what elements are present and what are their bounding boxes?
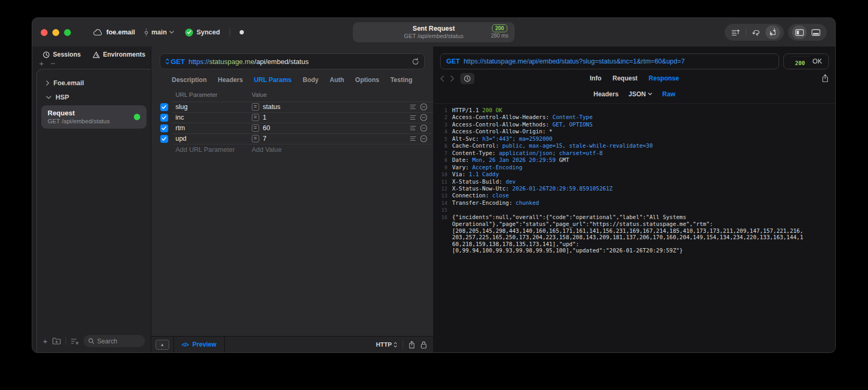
param-checkbox[interactable] <box>160 103 168 111</box>
record-dot-icon <box>240 30 244 34</box>
request-tab-auth[interactable]: Auth <box>330 76 344 84</box>
request-tab-headers[interactable]: Headers <box>218 76 243 84</box>
tab-environments[interactable]: Environments <box>93 51 145 58</box>
project-cluster: foe.email main Synced <box>93 29 244 37</box>
response-subtab-raw[interactable]: Raw <box>662 90 675 98</box>
param-name[interactable]: slug <box>176 103 252 111</box>
preview-button[interactable]: </> Preview <box>173 337 225 352</box>
request-tab-testing[interactable]: Testing <box>390 76 413 84</box>
request-tab-url-params[interactable]: URL Params <box>254 76 291 84</box>
param-value[interactable]: 60 <box>263 124 270 132</box>
sidebar: Sessions Environments + − <box>32 47 151 352</box>
equals-icon: = <box>252 114 259 121</box>
request-summary-path: GET /api/embed/status <box>404 33 463 40</box>
code-line: 10Via: 1.1 Caddy <box>438 171 830 178</box>
close-button[interactable] <box>41 29 48 36</box>
param-name[interactable]: rtm <box>176 124 252 132</box>
protocol-selector[interactable]: HTTP <box>376 341 397 348</box>
environments-icon <box>93 51 100 58</box>
response-tab-request[interactable]: Request <box>613 75 637 82</box>
branch-selector[interactable]: main <box>144 29 174 37</box>
panel-bottom-icon[interactable] <box>808 25 823 39</box>
response-subtab-headers[interactable]: Headers <box>593 90 618 98</box>
code-line: 5Alt-Svc: h3=":443"; ma=2592000 <box>438 135 830 142</box>
chevron-down-icon <box>648 93 652 95</box>
response-status-box[interactable]: 200 OK <box>783 53 829 69</box>
add-param-placeholder[interactable]: Add URL Parameter <box>176 146 252 153</box>
duration-label: 280 ms <box>491 33 508 39</box>
param-checkbox[interactable] <box>160 135 168 143</box>
request-url[interactable]: https://statuspage.me/api/embed/status <box>188 58 308 66</box>
drag-lines-icon[interactable] <box>410 115 416 120</box>
zoom-button[interactable] <box>64 29 71 36</box>
project-name[interactable]: foe.email <box>106 29 135 36</box>
chevron-down-icon <box>46 96 51 99</box>
layout-group <box>788 24 827 41</box>
remove-circle-icon[interactable] <box>420 114 427 121</box>
code-line: 203,257,225,165,250,173,204,223,158,208,… <box>438 234 830 240</box>
minimize-button[interactable] <box>52 29 59 36</box>
remove-circle-icon[interactable] <box>420 124 427 132</box>
add-request-button[interactable]: + <box>43 338 48 344</box>
response-tab-response[interactable]: Response <box>648 75 679 82</box>
drag-lines-icon[interactable] <box>410 136 416 141</box>
sidebar-bottom-bar: + Search <box>37 331 151 352</box>
response-body[interactable]: 1HTTP/1.1 200 OK2Access-Control-Allow-He… <box>434 103 835 352</box>
request-url-bar[interactable]: GET https://statuspage.me/api/embed/stat… <box>160 53 425 69</box>
param-row-slug: slug =status <box>151 102 433 112</box>
protocol-label: HTTP <box>376 341 392 348</box>
tree-item-hsp[interactable]: HSP <box>37 90 151 105</box>
request-tab-body[interactable]: Body <box>303 76 318 84</box>
request-summary-pill[interactable]: Sent Request GET /api/embed/status 200 2… <box>353 22 515 42</box>
export-share-icon[interactable] <box>821 74 829 83</box>
traffic-lights <box>41 29 71 36</box>
divider <box>403 340 403 349</box>
code-line: [0,99.94,100,99.93,99.98,99.95,100],"upd… <box>438 247 830 253</box>
desktop: foe.email main Synced <box>0 0 868 390</box>
code-line: 12X-Status-Now-Utc: 2026-01-26T20:29:59.… <box>438 185 830 192</box>
code-line: 7Content-Type: application/json; charset… <box>438 150 830 157</box>
param-value[interactable]: status <box>263 103 280 111</box>
minus-icon[interactable]: − <box>51 60 56 67</box>
method-selector[interactable]: GET <box>166 58 185 66</box>
search-input[interactable]: Search <box>84 335 145 347</box>
lock-icon[interactable] <box>421 341 427 349</box>
remove-circle-icon[interactable] <box>420 135 427 142</box>
param-name[interactable]: upd <box>176 135 252 142</box>
preview-label: Preview <box>193 341 216 348</box>
remove-circle-icon[interactable] <box>420 103 427 111</box>
drag-lines-icon[interactable] <box>410 104 416 110</box>
folder-plus-icon[interactable] <box>52 338 61 344</box>
param-value[interactable]: 1 <box>263 114 267 121</box>
import-lines-icon[interactable] <box>728 25 743 39</box>
filter-list-icon[interactable] <box>71 338 79 344</box>
drag-lines-icon[interactable] <box>410 125 416 131</box>
request-tab-description[interactable]: Description <box>172 76 207 84</box>
request-list-item[interactable]: Request GET /api/embed/status <box>41 105 147 129</box>
expand-triangle-icon[interactable]: ▲ <box>156 340 169 350</box>
sync-status[interactable]: Synced <box>185 29 220 37</box>
code-line: 14Transfer-Encoding: chunked <box>438 199 830 206</box>
sync-box-icon[interactable] <box>765 25 780 39</box>
share-icon[interactable] <box>408 341 415 349</box>
param-checkbox[interactable] <box>160 114 168 122</box>
param-value[interactable]: 7 <box>263 135 267 142</box>
reload-icon[interactable] <box>412 58 419 65</box>
response-url-box[interactable]: GET https://statuspage.me/api/embed/stat… <box>440 53 779 69</box>
response-subtab-json[interactable]: JSON <box>628 90 652 98</box>
plus-icon[interactable]: + <box>39 60 44 67</box>
merge-arrows-icon[interactable] <box>749 25 764 39</box>
app-window: foe.email main Synced <box>32 17 836 353</box>
code-line: 8Date: Mon, 26 Jan 2026 20:29:59 GMT <box>438 157 830 164</box>
request-tab-options[interactable]: Options <box>355 76 379 84</box>
param-checkbox[interactable] <box>160 124 168 132</box>
code-line: 4Access-Control-Allow-Origin: * <box>438 128 830 135</box>
param-name[interactable]: inc <box>176 114 252 121</box>
panel-left-icon[interactable] <box>792 25 807 39</box>
response-tab-info[interactable]: Info <box>590 75 601 82</box>
tree-item-foe-email[interactable]: Foe.email <box>37 76 151 90</box>
add-value-placeholder[interactable]: Add Value <box>252 146 406 153</box>
tab-sessions[interactable]: Sessions <box>43 51 81 58</box>
tools-group <box>725 24 784 41</box>
sidebar-tree-panel: Foe.email HSP Request GET /api/embed/sta… <box>36 69 151 352</box>
